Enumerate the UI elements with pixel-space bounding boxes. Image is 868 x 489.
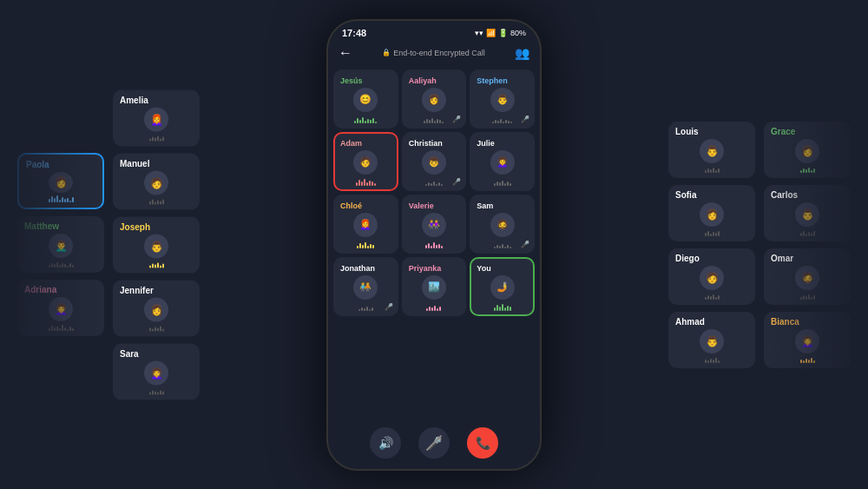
mic-off-jonathan: 🎤 [385,303,393,311]
speaker-button[interactable]: 🔊 [370,427,401,459]
bg-card-joseph: Joseph 👨 [113,216,200,273]
bg-card-sofia: Sofia 👩 [668,185,755,241]
bg-name-bianca: Bianca [769,317,799,327]
call-controls: 🔊 🎤 📞 [328,420,540,469]
audio-you [475,302,529,311]
card-chloe[interactable]: Chloé 👩‍🦰 [333,195,398,254]
audio-adam [339,177,393,186]
avatar-stephen: 👨 [490,88,515,112]
avatar-sam: 🧔 [490,213,515,237]
bg-mid-right-cards: Louis 👨 Sofia 👩 Diego 🧑 Ahmad 👨 [668,122,755,368]
wifi-icon: 📶 [486,29,496,37]
name-christian: Christian [407,139,443,148]
bg-avatar-carlos: 👨 [795,202,819,227]
bg-avatar-matthew: 👨‍🦱 [49,234,73,258]
bg-audio-paola [49,195,74,202]
bg-name-adriana: Adriana [23,285,56,294]
bg-card-adriana: Adriana 👩‍🦱 [17,280,104,336]
name-sam: Sam [475,202,493,210]
bg-avatar-louis: 👨 [700,139,724,163]
card-aaliyah[interactable]: Aaliyah 👩 🎤 [402,69,467,129]
bg-avatar-sara: 👩‍🦱 [144,360,168,385]
bg-card-diego: Diego 🧑 [668,248,755,305]
battery-percent: 80% [510,29,526,37]
bg-name-sofia: Sofia [674,190,696,200]
bg-avatar-grace: 👩 [795,139,819,163]
name-valerie: Valerie [407,202,434,210]
grid-row-3: Chloé 👩‍🦰 Valerie 👭 [333,195,535,254]
avatar-jonathan: 🧑‍🤝‍🧑 [353,275,378,300]
card-christian[interactable]: Christian 👦 🎤 [402,132,467,191]
card-valerie[interactable]: Valerie 👭 [402,195,467,254]
participants-button[interactable]: 👥 [515,46,529,60]
avatar-you: 🤳 [490,275,515,300]
bg-left-cards: Paola 👩 Matthew 👨‍🦱 Adriana 👩‍🦱 [17,0,104,489]
card-adam[interactable]: Adam 🧑 [333,132,398,191]
bg-audio-matthew [49,261,74,268]
bg-name-matthew: Matthew [23,221,59,231]
avatar-adam: 🧑 [353,150,378,175]
card-sam[interactable]: Sam 🧔 🎤 [470,195,535,254]
bg-audio-omar [800,293,815,300]
bg-avatar-joseph: 👨 [144,234,168,258]
avatar-valerie: 👭 [422,213,446,237]
audio-chloe [339,240,393,248]
bg-avatar-diego: 🧑 [700,266,724,290]
bg-audio-ahmad [705,356,720,363]
bg-name-joseph: Joseph [118,221,150,231]
audio-priyanka [407,302,462,311]
bg-name-diego: Diego [674,254,700,263]
avatar-jesus: 😊 [353,88,378,112]
bg-name-jennifer: Jennifer [118,285,154,294]
bg-avatar-omar: 🧔 [795,266,819,290]
bg-card-amelia: Amelia 👩‍🦰 [113,89,200,146]
card-jesus[interactable]: Jesús 😊 [333,69,398,129]
bg-card-manuel: Manuel 🧑 [113,153,200,209]
bg-card-louis: Louis 👨 [668,122,755,178]
bg-card-matthew: Matthew 👨‍🦱 [17,216,104,273]
bg-avatar-ahmad: 👨 [700,329,724,354]
bg-avatar-sofia: 👩 [700,202,724,227]
bg-audio-adriana [49,324,74,331]
card-priyanka[interactable]: Priyanka 🏙️ [402,257,467,316]
mute-button[interactable]: 🎤 [418,427,450,459]
mic-off-sam: 🎤 [521,241,529,248]
back-button[interactable]: ← [339,45,352,61]
mute-icon: 🎤 [427,436,442,450]
end-call-button[interactable]: 📞 [467,427,498,459]
status-time: 17:48 [342,28,366,38]
card-jonathan[interactable]: Jonathan 🧑‍🤝‍🧑 🎤 [333,257,398,316]
bg-mid-left-cards: Amelia 👩‍🦰 Manuel 🧑 Joseph 👨 Jennifer 👩 … [113,89,200,400]
card-you[interactable]: You 🤳 [470,257,535,316]
bg-audio-bianca [800,356,815,363]
phone-screen: 17:48 ▾▾ 📶 🔋 80% ← 🔒 End-to-end Encrypte… [328,21,540,469]
bg-avatar-jennifer: 👩 [144,297,168,321]
bg-audio-joseph [149,261,164,268]
avatar-julie: 👩‍🦱 [490,150,515,175]
name-priyanka: Priyanka [407,264,442,273]
bg-audio-manuel [149,197,164,204]
bg-audio-diego [705,293,720,300]
name-jonathan: Jonathan [339,264,375,273]
signal-icon: ▾▾ [475,29,483,37]
battery-icon: 🔋 [498,29,508,37]
bg-card-grace: Grace 👩 [764,122,851,178]
bg-name-omar: Omar [769,254,793,263]
bg-audio-amelia [149,134,164,141]
name-stephen: Stephen [475,76,508,85]
call-grid: Jesús 😊 Aaliyah [328,66,540,420]
bg-right-cards: Grace 👩 Carlos 👨 Omar 🧔 Bianca 👩‍🦱 [764,0,851,489]
status-bar: 17:48 ▾▾ 📶 🔋 80% [328,21,540,42]
bg-name-grace: Grace [769,127,795,136]
phone-frame: 17:48 ▾▾ 📶 🔋 80% ← 🔒 End-to-end Encrypte… [326,19,542,471]
bg-avatar-paola: 👩 [49,172,73,193]
card-stephen[interactable]: Stephen 👨 🎤 [470,69,535,129]
grid-row-1: Jesús 😊 Aaliyah [333,69,535,129]
card-julie[interactable]: Julie 👩‍🦱 [470,132,535,191]
name-julie: Julie [475,139,495,148]
bg-name-sara: Sara [118,348,139,358]
bg-name-amelia: Amelia [118,95,148,104]
avatar-aaliyah: 👩 [422,88,446,112]
call-header: ← 🔒 End-to-end Encrypted Call 👥 [328,42,540,66]
mic-off-christian: 🎤 [452,178,461,186]
